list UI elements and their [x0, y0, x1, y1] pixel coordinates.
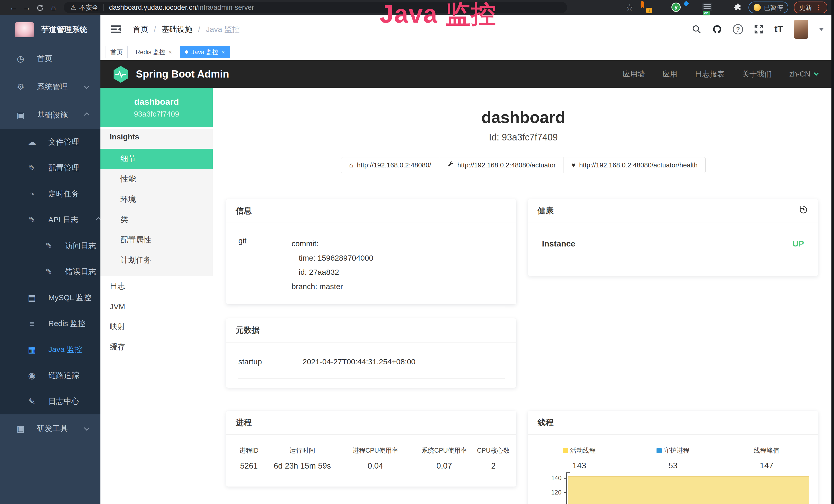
instance-menu-scheduled-tasks[interactable]: 计划任务 [101, 250, 213, 270]
tag-redis-monitor[interactable]: Redis 监控 × [131, 46, 177, 58]
breadcrumb-infrastructure[interactable]: 基础设施 [161, 24, 192, 35]
user-avatar[interactable] [794, 20, 808, 39]
browser-reload-icon[interactable] [34, 3, 47, 12]
extension-y-icon[interactable]: y [672, 3, 681, 12]
sba-nav-about[interactable]: 关于我们 [742, 69, 772, 79]
bookmark-star-icon[interactable]: ☆ [626, 2, 633, 13]
sidebar-item-scheduled-tasks[interactable]: ◔ 定时任务 [0, 181, 101, 207]
actuator-url-button[interactable]: http://192.168.0.2:48080/actuator [439, 157, 564, 173]
font-size-icon[interactable]: tT [774, 24, 783, 35]
sba-locale-select[interactable]: zh-CN [789, 70, 818, 78]
browser-back-icon[interactable]: ← [7, 3, 20, 12]
sidebar-item-dev-tools[interactable]: ▣ 研发工具 [0, 414, 101, 443]
screen-icon: ▦ [26, 345, 38, 354]
instance-name: dashboard [134, 97, 179, 107]
extensions-puzzle-icon[interactable] [733, 3, 743, 12]
header-actions: ? tT [692, 20, 824, 39]
sidebar-item-label: MySQL 监控 [48, 293, 91, 303]
tag-home[interactable]: 首页 [106, 46, 128, 58]
not-secure-label[interactable]: 不安全 [79, 3, 98, 12]
metadata-value: 2021-04-27T00:44:31.254+08:00 [303, 358, 416, 366]
sidebar-item-config-mgmt[interactable]: ✎ 配置管理 [0, 155, 101, 181]
tag-java-monitor[interactable]: Java 监控 × [180, 46, 230, 58]
sidebar-item-tracing[interactable]: ◉ 链路追踪 [0, 363, 101, 388]
instance-header-block[interactable]: dashboard 93a3fc7f7409 [101, 88, 213, 127]
sidebar-item-label: 系统管理 [37, 82, 68, 92]
extension-grid-icon[interactable] [687, 3, 697, 12]
extension-list-icon[interactable]: on [702, 3, 712, 12]
browser-menu-dots-icon[interactable]: ⋮ [815, 3, 822, 12]
sidebar-item-java-monitor[interactable]: ▦ Java 监控 [0, 337, 101, 363]
home-icon: ⌂ [349, 161, 353, 169]
sidebar-item-label: 研发工具 [37, 423, 68, 434]
breadcrumb-home[interactable]: 首页 [133, 24, 148, 35]
instance-menu-details[interactable]: 细节 [101, 148, 213, 169]
browser-home-icon[interactable]: ⌂ [47, 3, 60, 12]
instance-menu-logs[interactable]: 日志 [101, 276, 213, 296]
sidebar-collapse-icon[interactable] [111, 25, 121, 33]
sidebar-item-label: 配置管理 [48, 163, 79, 173]
sba-nav-wall[interactable]: 应用墙 [622, 69, 645, 79]
instance-menu-metrics[interactable]: 性能 [101, 169, 213, 189]
git-time-line: time: 1596289704000 [291, 251, 373, 265]
url-path[interactable]: /infra/admin-server [196, 4, 254, 12]
url-divider [104, 4, 104, 11]
instance-menu-caches[interactable]: 缓存 [101, 337, 213, 357]
sidebar-item-access-logs[interactable]: ✎ 访问日志 [0, 233, 101, 259]
browser-toolbar-right: ☆ 1 y on 已暂停 更新 ⋮ [626, 2, 827, 13]
extension-gem-icon[interactable] [656, 3, 666, 12]
instance-menu-config-props[interactable]: 配置属性 [101, 230, 213, 250]
search-icon[interactable] [692, 24, 701, 34]
instance-menu-classes[interactable]: 类 [101, 209, 213, 230]
chevron-up-icon [96, 217, 101, 223]
git-id-line: id: 27aa832 [291, 265, 373, 279]
health-url-button[interactable]: ♥ http://192.168.0.2:48080/actuator/heal… [564, 157, 706, 173]
history-icon[interactable] [798, 205, 808, 217]
help-icon[interactable]: ? [733, 24, 743, 35]
instance-menu-mappings[interactable]: 映射 [101, 317, 213, 337]
sidebar-item-error-logs[interactable]: ✎ 错误日志 [0, 259, 101, 285]
sidebar-item-system-mgmt[interactable]: ⚙ 系统管理 [0, 73, 101, 101]
sidebar-item-file-mgmt[interactable]: ☁ 文件管理 [0, 129, 101, 155]
edit-icon: ✎ [26, 163, 38, 173]
metadata-row-startup: startup 2021-04-27T00:44:31.254+08:00 [238, 358, 505, 379]
url-host[interactable]: dashboard.yudao.iocoder.cn [109, 4, 196, 12]
avatar-caret-icon[interactable] [819, 28, 824, 31]
close-icon[interactable]: × [169, 48, 172, 56]
sidebar-logo-row[interactable]: 芋道管理系统 [0, 15, 101, 44]
sidebar-item-api-logs[interactable]: ✎ API 日志 [0, 207, 101, 233]
update-browser-button[interactable]: 更新 ⋮ [794, 2, 827, 13]
sba-nav-applications[interactable]: 应用 [662, 69, 677, 79]
sba-brand-title[interactable]: Spring Boot Admin [136, 68, 229, 80]
browser-forward-icon[interactable]: → [20, 3, 34, 12]
breadcrumb-separator: / [154, 25, 156, 33]
health-row-instance[interactable]: Instance UP [542, 239, 804, 260]
instance-menu-environment[interactable]: 环境 [101, 189, 213, 209]
service-url-button[interactable]: ⌂ http://192.168.0.2:48080/ [341, 157, 439, 173]
sidebar-item-label: 链路追踪 [48, 370, 79, 381]
actuator-url: http://192.168.0.2:48080/actuator [458, 161, 556, 169]
card-title: 元数据 [236, 325, 260, 336]
github-icon[interactable] [712, 24, 722, 34]
extension-orange-icon[interactable]: 1 [641, 3, 650, 12]
breadcrumb-separator: / [198, 25, 200, 33]
sidebar-item-mysql-monitor[interactable]: ▤ MySQL 监控 [0, 285, 101, 311]
instance-menu-jvm[interactable]: JVM [101, 296, 213, 317]
sidebar-item-home[interactable]: ◷ 首页 [0, 44, 101, 73]
close-icon[interactable]: × [221, 48, 225, 56]
sidebar-item-log-center[interactable]: ✎ 日志中心 [0, 388, 101, 414]
sba-nav-journal[interactable]: 日志报表 [695, 69, 725, 79]
extension-leaf-icon[interactable] [718, 3, 727, 12]
sidebar-item-label: 访问日志 [65, 240, 96, 251]
sba-logo-icon[interactable] [113, 66, 129, 83]
card-title: 线程 [537, 417, 553, 428]
extension-on-badge: on [703, 11, 710, 16]
briefcase-icon: ▣ [15, 423, 26, 434]
log-icon: ✎ [26, 215, 38, 225]
fullscreen-icon[interactable] [754, 24, 764, 34]
process-table-values: 5261 6d 23h 15m 59s 0.04 0.07 2 [231, 455, 512, 471]
sidebar-item-infrastructure[interactable]: ▣ 基础设施 [0, 101, 101, 129]
profile-paused-pill[interactable]: 已暂停 [748, 2, 788, 13]
sidebar-item-redis-monitor[interactable]: ≡ Redis 监控 [0, 311, 101, 337]
address-bar[interactable]: ⚠ 不安全 dashboard.yudao.iocoder.cn /infra/… [64, 2, 567, 13]
